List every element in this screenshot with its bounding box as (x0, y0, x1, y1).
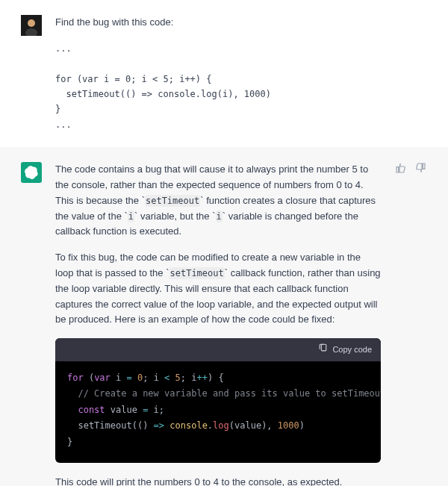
feedback-buttons (394, 163, 427, 486)
copy-code-label: Copy code (332, 343, 372, 357)
svg-rect-3 (322, 344, 327, 351)
thumbs-up-button[interactable] (394, 163, 408, 177)
thumbs-up-icon (395, 162, 407, 179)
inline-code-settimeout: setTimeout (145, 195, 200, 207)
code-block-header: Copy code (55, 338, 381, 361)
thumbs-down-icon (414, 162, 426, 179)
assistant-p3: This code will print the numbers 0 to 4 … (55, 475, 381, 486)
svg-point-1 (28, 19, 35, 27)
user-avatar (21, 15, 42, 36)
user-message: Find the bug with this code: ... for (va… (0, 0, 448, 147)
inline-code-settimeout: setTimeout (169, 267, 225, 279)
copy-code-button[interactable]: Copy code (318, 343, 372, 357)
user-content: Find the bug with this code: ... for (va… (55, 15, 427, 132)
assistant-p2: To fix this bug, the code can be modifie… (55, 250, 381, 328)
code-block: Copy code for (var i = 0; i < 5; i++) { … (55, 338, 381, 463)
assistant-content: The code contains a bug that will cause … (55, 162, 381, 486)
thumbs-down-button[interactable] (414, 163, 427, 177)
user-prompt-text: Find the bug with this code: (55, 15, 427, 31)
assistant-p1: The code contains a bug that will cause … (55, 162, 381, 240)
assistant-avatar (21, 162, 42, 183)
inline-code-i: i (216, 211, 223, 222)
code-block-content: for (var i = 0; i < 5; i++) { // Create … (55, 361, 381, 463)
clipboard-icon (318, 343, 328, 357)
inline-code-i: i (128, 211, 134, 222)
user-code-block: ... for (var i = 0; i < 5; i++) { setTim… (55, 41, 427, 132)
assistant-message: The code contains a bug that will cause … (0, 147, 448, 486)
